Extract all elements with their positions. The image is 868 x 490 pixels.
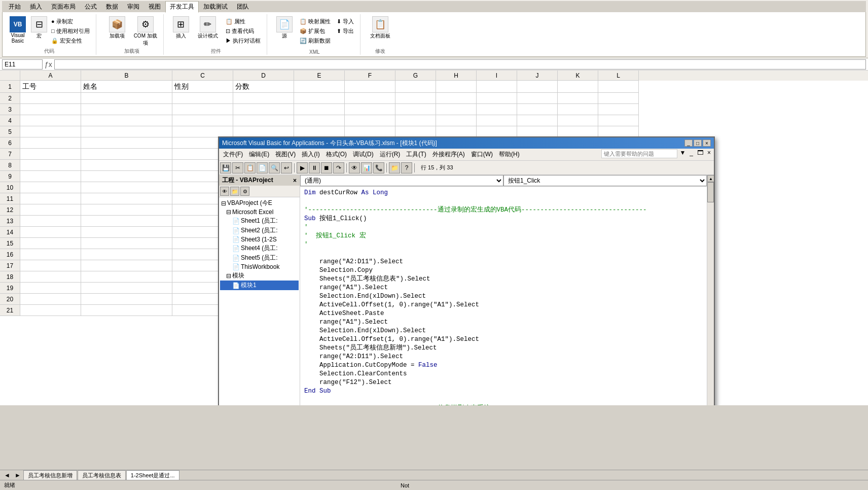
tab-view[interactable]: 视图 (144, 1, 165, 12)
cell-B15[interactable] (81, 238, 172, 249)
vba-tb-save[interactable]: 💾 (220, 162, 231, 173)
col-header-K[interactable]: K (558, 71, 598, 81)
cell-K2[interactable] (558, 93, 598, 104)
cell-H2[interactable] (436, 93, 477, 104)
formula-input[interactable] (54, 59, 866, 69)
name-box[interactable] (2, 59, 43, 69)
cell-G4[interactable] (395, 115, 436, 126)
cell-J1[interactable] (517, 81, 558, 93)
vba-menu-debug[interactable]: 调试(D) (350, 149, 377, 160)
cell-A14[interactable] (20, 227, 81, 238)
btn-expand-pack[interactable]: 📦 扩展包 (298, 27, 333, 36)
tree-item-thisworkbook[interactable]: 📄ThisWorkbook (220, 263, 299, 271)
cell-D1[interactable]: 分数 (233, 81, 294, 93)
col-header-L[interactable]: L (598, 71, 639, 81)
vba-scroll-track[interactable] (707, 182, 714, 405)
vba-tb-copy[interactable]: 📋 (244, 162, 256, 173)
vba-menu-addins[interactable]: 外接程序(A) (429, 149, 468, 160)
col-header-B[interactable]: B (81, 71, 172, 81)
tree-item-msexcel[interactable]: ⊟Microsoft Excel (220, 208, 299, 216)
cell-K4[interactable] (558, 115, 598, 126)
cell-B13[interactable] (81, 216, 172, 227)
vba-proj-tb-folder[interactable]: 📁 (230, 187, 239, 196)
vba-menu-window[interactable]: 窗口(W) (468, 149, 496, 160)
cell-D4[interactable] (233, 115, 294, 126)
vba-tb-project[interactable]: 📁 (389, 162, 400, 173)
row-header-19[interactable]: 19 (0, 283, 20, 294)
sheet-tab-3[interactable]: 1-2Sheet是通过... (126, 470, 179, 480)
btn-doc-panel[interactable]: 📋 文档面板 (367, 16, 394, 40)
tab-team[interactable]: 团队 (232, 1, 254, 12)
vba-help-search[interactable] (601, 149, 677, 158)
sheet-tab-nav-right[interactable]: ► (13, 472, 23, 479)
cell-A16[interactable] (20, 249, 81, 260)
row-header-6[interactable]: 6 (0, 137, 20, 149)
row-header-11[interactable]: 11 (0, 193, 20, 204)
vba-tb-break[interactable]: ⏸ (309, 162, 320, 173)
cell-A7[interactable] (20, 149, 81, 160)
cell-C4[interactable] (172, 115, 233, 126)
cell-A12[interactable] (20, 204, 81, 216)
cell-H4[interactable] (436, 115, 477, 126)
tree-item-sheet2[interactable]: 📄Sheet2 (员工: (220, 226, 299, 235)
tree-item-sheet4[interactable]: 📄Sheet4 (员工: (220, 243, 299, 253)
cell-A13[interactable] (20, 216, 81, 227)
cell-J2[interactable] (517, 93, 558, 104)
row-header-1[interactable]: 1 (0, 81, 20, 93)
tree-item-sheet1[interactable]: 📄Sheet1 (员工: (220, 216, 299, 226)
cell-B1[interactable]: 姓名 (81, 81, 172, 93)
vba-menu-file[interactable]: 文件(F) (220, 149, 246, 160)
row-header-2[interactable]: 2 (0, 93, 20, 104)
vba-tb-undo[interactable]: ↩ (281, 162, 292, 173)
tree-item-module1[interactable]: 📄模块1 (220, 281, 299, 290)
cell-A18[interactable] (20, 271, 81, 283)
cell-J4[interactable] (517, 115, 558, 126)
btn-macro[interactable]: ⊟ 宏 (31, 16, 47, 40)
cell-B16[interactable] (81, 249, 172, 260)
btn-view-code[interactable]: ⊡ 查看代码 (224, 27, 263, 36)
btn-import[interactable]: ⬇ 导入 (335, 17, 356, 26)
row-header-4[interactable]: 4 (0, 115, 20, 126)
row-header-18[interactable]: 18 (0, 271, 20, 283)
cell-B7[interactable] (81, 149, 172, 160)
vba-menu-edit[interactable]: 编辑(E) (246, 149, 272, 160)
cell-C1[interactable]: 性别 (172, 81, 233, 93)
cell-L5[interactable] (598, 126, 639, 137)
row-header-10[interactable]: 10 (0, 182, 20, 193)
vba-proj-tb-props[interactable]: ⚙ (240, 187, 249, 196)
cell-D2[interactable] (233, 93, 294, 104)
vba-window-minimize-icon[interactable]: ▼ (677, 149, 688, 160)
tree-item-modules-folder[interactable]: ⊟模块 (220, 271, 299, 281)
vba-project-close-btn[interactable]: × (293, 177, 297, 184)
col-header-I[interactable]: I (477, 71, 517, 81)
row-header-8[interactable]: 8 (0, 160, 20, 171)
cell-A8[interactable] (20, 160, 81, 171)
cell-B8[interactable] (81, 160, 172, 171)
cell-K5[interactable] (558, 126, 598, 137)
vba-tb-find[interactable]: 🔍 (269, 162, 280, 173)
sheet-tab-2[interactable]: 员工考核信息表 (78, 470, 126, 480)
btn-record-macro[interactable]: ● 录制宏 (49, 17, 92, 26)
cell-F2[interactable] (345, 93, 395, 104)
row-header-15[interactable]: 15 (0, 238, 20, 249)
col-header-H[interactable]: H (436, 71, 477, 81)
btn-macro-security[interactable]: 🔒 宏安全性 (49, 37, 92, 45)
cell-F4[interactable] (345, 115, 395, 126)
cell-A11[interactable] (20, 193, 81, 204)
btn-refresh-data[interactable]: 🔄 刷新数据 (298, 37, 333, 45)
row-header-20[interactable]: 20 (0, 294, 20, 305)
cell-A3[interactable] (20, 104, 81, 115)
vba-scroll-up-btn[interactable]: ▲ (707, 175, 714, 182)
vba-object-select[interactable]: (通用) (300, 175, 503, 186)
vba-tb-watch[interactable]: 👁 (349, 162, 360, 173)
vba-close-btn[interactable]: × (703, 139, 711, 147)
cell-G2[interactable] (395, 93, 436, 104)
tab-developer[interactable]: 开发工具 (165, 1, 199, 13)
row-header-7[interactable]: 7 (0, 149, 20, 160)
cell-E5[interactable] (294, 126, 345, 137)
cell-B17[interactable] (81, 260, 172, 271)
cell-A20[interactable] (20, 294, 81, 305)
tab-formula[interactable]: 公式 (80, 1, 101, 12)
tree-item-sheet5[interactable]: 📄Sheet5 (员工: (220, 253, 299, 263)
cell-H3[interactable] (436, 104, 477, 115)
